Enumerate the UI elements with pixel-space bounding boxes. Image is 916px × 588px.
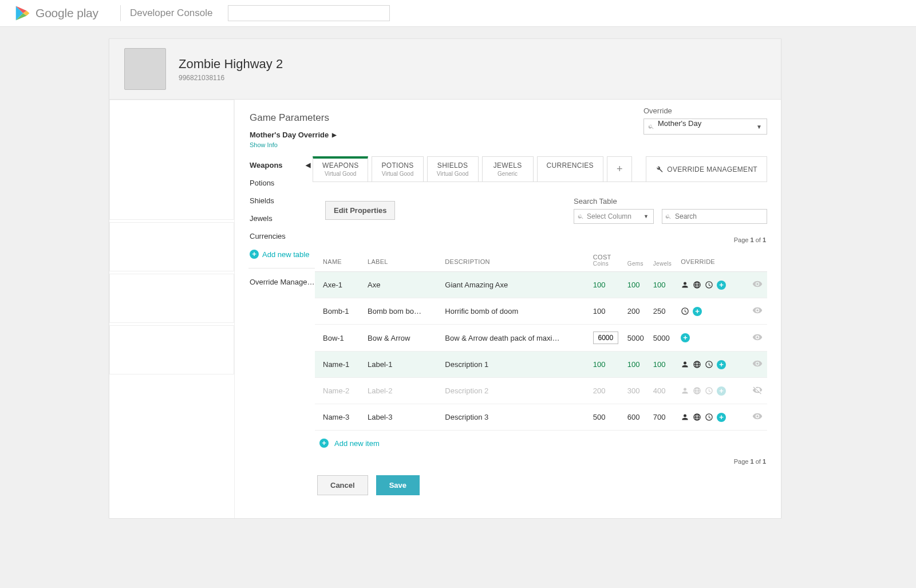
cell-label: Label-3 (363, 404, 440, 431)
save-button[interactable]: Save (376, 475, 420, 495)
plus-circle-icon (319, 439, 329, 448)
cell-visibility (743, 352, 767, 378)
clock-icon[interactable] (705, 413, 713, 421)
sidenav-item-weapons[interactable]: Weapons◀ (250, 156, 315, 174)
search-icon (665, 214, 672, 220)
clock-icon[interactable] (681, 307, 689, 315)
google-play-text: Google play (35, 6, 98, 20)
clock-icon[interactable] (705, 386, 713, 395)
eye-off-icon[interactable] (752, 385, 763, 395)
gutter-box (109, 222, 234, 271)
sidenav-item-jewels[interactable]: Jewels (250, 210, 315, 227)
main-panel: WEAPONSVirtual Good POTIONSVirtual Good … (315, 156, 781, 518)
table-row[interactable]: Bomb-1Bomb bom bo…Horrific bomb of doom1… (315, 298, 767, 325)
plus-circle-icon[interactable] (693, 307, 702, 316)
table-row[interactable]: Axe-1AxeGiant Amazing Axe100100100 (315, 272, 767, 298)
select-column-dropdown[interactable]: Select Column ▼ (574, 209, 654, 224)
sidenav-item-currencies[interactable]: Currencies (250, 227, 315, 245)
clock-icon[interactable] (705, 281, 713, 289)
gutter-box (109, 274, 234, 323)
gutter-box (109, 100, 234, 220)
cell-name: Name-2 (315, 378, 363, 404)
cell-jewels: 100 (649, 272, 676, 298)
add-new-item-button[interactable]: Add new item (319, 439, 380, 448)
sidenav-item-potions[interactable]: Potions (250, 174, 315, 192)
eye-icon[interactable] (752, 332, 763, 342)
console-label: Developer Console (130, 7, 213, 19)
table-row[interactable]: Name-2Label-2Description 2200300400 (315, 378, 767, 404)
person-icon[interactable] (681, 386, 689, 395)
app-title: Zombie Highway 2 (179, 57, 283, 72)
override-select[interactable]: Mother's Day ▼ (643, 119, 767, 135)
cell-visibility (743, 272, 767, 298)
plus-circle-icon[interactable] (717, 386, 726, 396)
tab-jewels[interactable]: JEWELSGeneric (482, 156, 534, 181)
col-cost: COST (589, 248, 676, 261)
cell-name: Bow-1 (315, 325, 363, 352)
tab-shields[interactable]: SHIELDSVirtual Good (427, 156, 479, 181)
chevron-left-icon: ◀ (306, 161, 310, 169)
pager-bottom: Page 1 of 1 (315, 456, 767, 475)
plus-circle-icon[interactable] (717, 360, 726, 369)
plus-circle-icon[interactable] (681, 333, 690, 342)
cell-description: Giant Amazing Axe (440, 272, 589, 298)
side-nav: Weapons◀ Potions Shields Jewels Currenci… (235, 156, 315, 518)
section-header: Game Parameters Mother's Day Override▶ S… (235, 100, 781, 148)
person-icon[interactable] (681, 360, 689, 369)
cell-override (676, 325, 743, 352)
clock-icon[interactable] (705, 360, 713, 369)
cell-coins: 500 (589, 404, 623, 431)
app-id: 996821038116 (179, 74, 283, 82)
coins-input[interactable] (593, 332, 618, 344)
cell-jewels: 5000 (649, 325, 676, 352)
table-row[interactable]: Name-3Label-3Description 3500600700 (315, 404, 767, 431)
cell-description: Description 3 (440, 404, 589, 431)
cell-coins (589, 325, 623, 352)
cell-description: Bow & Arrow death pack of maxi… (440, 325, 589, 352)
eye-icon[interactable] (752, 279, 763, 289)
tab-currencies[interactable]: CURRENCIES (537, 156, 603, 181)
table-search-input[interactable] (662, 209, 767, 224)
eye-icon[interactable] (752, 305, 763, 315)
edit-properties-button[interactable]: Edit Properties (325, 201, 395, 220)
pager-top: Page 1 of 1 (315, 234, 767, 248)
table-row[interactable]: Name-1Label-1Description 1100100100 (315, 352, 767, 378)
show-info-link[interactable]: Show Info (250, 141, 781, 148)
col-name: NAME (315, 248, 363, 272)
cancel-button[interactable]: Cancel (317, 475, 368, 495)
sidenav-item-shields[interactable]: Shields (250, 192, 315, 210)
person-icon[interactable] (681, 281, 689, 289)
cell-gems: 300 (623, 378, 649, 404)
person-icon[interactable] (681, 413, 689, 421)
action-buttons: Cancel Save (315, 475, 767, 495)
caret-down-icon: ▼ (643, 214, 649, 219)
tab-add[interactable]: + (607, 156, 633, 181)
plus-circle-icon[interactable] (717, 413, 726, 422)
search-icon (648, 124, 654, 130)
globe-icon[interactable] (693, 360, 701, 369)
override-management-button[interactable]: OVERRIDE MANAGEMENT (646, 156, 767, 181)
globe-icon[interactable] (693, 413, 701, 421)
cell-name: Name-3 (315, 404, 363, 431)
main-card: Zombie Highway 2 996821038116 Game Param… (109, 38, 781, 519)
cell-description: Horrific bomb of doom (440, 298, 589, 325)
top-search-input[interactable] (228, 5, 390, 21)
col-jewels: Jewels (649, 261, 676, 272)
sidenav-override-management[interactable]: Override Managem… (250, 273, 317, 291)
override-select-value: Mother's Day (658, 119, 701, 128)
add-new-table-button[interactable]: Add new table (250, 245, 315, 263)
globe-icon[interactable] (693, 386, 701, 395)
plus-circle-icon (250, 250, 259, 259)
cell-label: Label-1 (363, 352, 440, 378)
gutter-box (109, 377, 234, 516)
plus-circle-icon[interactable] (717, 281, 726, 290)
globe-icon[interactable] (693, 281, 701, 289)
eye-icon[interactable] (752, 411, 763, 421)
cell-coins: 100 (589, 352, 623, 378)
toolbar: Edit Properties Search Table Select Colu… (315, 182, 767, 234)
table-row[interactable]: Bow-1Bow & ArrowBow & Arrow death pack o… (315, 325, 767, 352)
tab-potions[interactable]: POTIONSVirtual Good (372, 156, 423, 181)
eye-icon[interactable] (752, 358, 763, 369)
google-play-logo: Google play (14, 5, 98, 22)
tab-weapons[interactable]: WEAPONSVirtual Good (313, 156, 368, 181)
